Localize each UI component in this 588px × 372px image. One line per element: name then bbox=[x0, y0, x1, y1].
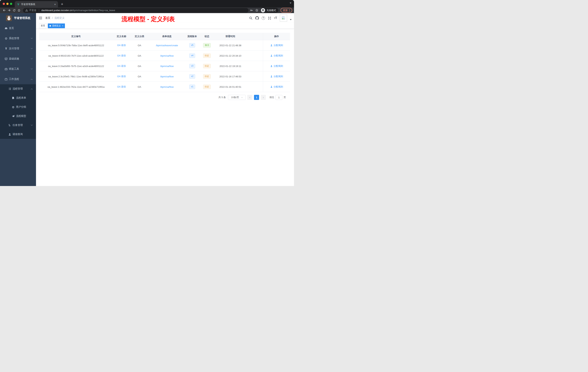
sidebar-item-workflow[interactable]: 工作流程 bbox=[0, 74, 36, 84]
sidebar-item-leave-query[interactable]: 请假查询 bbox=[0, 130, 36, 139]
tag-process-definition[interactable]: 流程定义 × bbox=[48, 23, 65, 28]
app-frame: 芋道管理系统 首页 系统管理 ¥ 支付管理 bbox=[0, 13, 294, 186]
sidebar-item-label: 任务管理 bbox=[12, 124, 23, 127]
search-icon[interactable] bbox=[249, 16, 252, 20]
address-bar[interactable]: 不安全 dashboard.yudao.iocoder.cn/bpm/manag… bbox=[23, 8, 249, 13]
tag-label: 流程定义 bbox=[52, 24, 61, 27]
pagination: 共 5 条 10条/页 ‹ 1 › 前往 页 bbox=[39, 95, 286, 100]
workflow-submenu: 流程管理 流程表单 用户分组 bbox=[0, 84, 36, 139]
sidebar-item-infra[interactable]: 基础设施 bbox=[0, 54, 36, 64]
definition-name-link[interactable]: OA 请假 bbox=[117, 65, 126, 68]
paper-plane-icon bbox=[12, 115, 15, 118]
form-info-link[interactable]: /bpm/oa/flow bbox=[160, 65, 174, 67]
tags-view-bar: 首页 流程定义 × bbox=[36, 23, 294, 29]
bookmark-star-icon[interactable] bbox=[255, 9, 258, 12]
github-icon[interactable] bbox=[255, 16, 259, 20]
tag-home[interactable]: 首页 bbox=[39, 23, 47, 28]
sidebar-item-payment[interactable]: ¥ 支付管理 bbox=[0, 44, 36, 54]
reload-icon[interactable] bbox=[12, 8, 17, 13]
not-secure-warning-icon[interactable] bbox=[25, 9, 28, 12]
password-key-icon[interactable] bbox=[250, 9, 253, 12]
chrome-window-caret-icon[interactable] bbox=[290, 2, 292, 5]
assign-rule-link[interactable]: 分配规则 bbox=[270, 75, 283, 78]
close-tab-icon[interactable]: × bbox=[54, 3, 56, 6]
definition-name-link[interactable]: OA 请假 bbox=[117, 75, 126, 78]
status-badge: 激活 bbox=[203, 43, 211, 47]
assign-rule-link[interactable]: 分配规则 bbox=[270, 44, 283, 47]
person-icon bbox=[270, 75, 273, 78]
column-header: 定义编号 bbox=[39, 33, 113, 40]
definition-id: oa_leave:3:1fad3d93-7b75-11ec-a3c8-acde4… bbox=[39, 61, 113, 71]
assign-rule-link[interactable]: 分配规则 bbox=[270, 54, 283, 57]
table-row: oa_leave:1:482ec033-762a-11ec-8477-a2380… bbox=[39, 82, 290, 92]
home-icon[interactable] bbox=[17, 8, 21, 13]
avatar[interactable] bbox=[280, 14, 287, 22]
fullscreen-icon[interactable] bbox=[268, 16, 271, 20]
next-page-button[interactable]: › bbox=[261, 95, 266, 100]
column-header: 操作 bbox=[263, 33, 290, 40]
sidebar-item-system[interactable]: 系统管理 bbox=[0, 33, 36, 44]
breadcrumb: 首页 / 流程定义 bbox=[45, 16, 64, 20]
goto-page-input[interactable] bbox=[275, 95, 282, 100]
form-info-link[interactable]: /bpm/oa/flow bbox=[160, 55, 174, 57]
column-header: 部署时间 bbox=[215, 33, 246, 40]
breadcrumb-home[interactable]: 首页 bbox=[45, 16, 50, 20]
column-header: 定义分类 bbox=[130, 33, 149, 40]
sidebar-item-user-group[interactable]: 用户分组 bbox=[0, 102, 36, 111]
sidebar-item-home[interactable]: 首页 bbox=[0, 23, 36, 33]
chevron-up-icon bbox=[31, 88, 33, 90]
status-badge: 挂起 bbox=[203, 85, 211, 89]
url-text[interactable]: dashboard.yudao.iocoder.cn/bpm/manager/d… bbox=[42, 9, 115, 12]
sidebar-item-task-management[interactable]: 任务管理 bbox=[0, 121, 36, 130]
definition-name-link[interactable]: OA 请假 bbox=[117, 44, 126, 47]
form-info-link[interactable]: /bpm/oa/flow bbox=[160, 75, 174, 78]
sidebar-item-devtools[interactable]: 研发工具 bbox=[0, 64, 36, 74]
gear-icon bbox=[5, 37, 8, 40]
chevron-down-icon bbox=[31, 67, 33, 69]
breadcrumb-current: 流程定义 bbox=[54, 16, 64, 20]
form-info-link[interactable]: /bpm/oa/leave/create bbox=[156, 44, 178, 47]
user-icon bbox=[8, 133, 11, 136]
assign-rule-link[interactable]: 分配规则 bbox=[270, 85, 283, 88]
favicon-leaf-icon bbox=[17, 3, 20, 6]
traffic-lights bbox=[3, 3, 12, 5]
definition-name-link[interactable]: OA 请假 bbox=[117, 85, 126, 88]
back-icon[interactable] bbox=[2, 8, 7, 13]
minimize-window-button[interactable] bbox=[6, 3, 9, 5]
forward-icon[interactable] bbox=[7, 8, 12, 13]
help-icon[interactable]: ? bbox=[262, 16, 265, 20]
browser-tab[interactable]: 芋道管理系统 × bbox=[15, 1, 58, 8]
version-badge: v4 bbox=[189, 54, 195, 58]
definition-name-link[interactable]: OA 请假 bbox=[117, 54, 126, 57]
prev-page-button[interactable]: ‹ bbox=[247, 95, 252, 100]
breadcrumb-separator: / bbox=[52, 17, 53, 20]
dashboard-icon bbox=[5, 27, 8, 30]
sidebar-collapse-icon[interactable] bbox=[39, 16, 42, 20]
sidebar-logo[interactable]: 芋道管理系统 bbox=[0, 13, 36, 23]
form-info-link[interactable]: /bpm/oa/flow bbox=[160, 86, 174, 88]
assign-rule-link[interactable]: 分配规则 bbox=[270, 65, 283, 68]
sidebar-item-process-model[interactable]: 流程模型 bbox=[0, 111, 36, 121]
not-secure-label[interactable]: 不安全 bbox=[29, 9, 37, 12]
annotation-title: 流程模型 - 定义列表 bbox=[121, 15, 175, 23]
sidebar-item-label: 基础设施 bbox=[9, 57, 19, 60]
zoom-window-button[interactable] bbox=[10, 3, 12, 5]
update-button[interactable]: 更新 bbox=[281, 8, 292, 13]
incognito-label: 无痕模式 bbox=[267, 9, 276, 12]
address-divider bbox=[39, 9, 39, 12]
font-size-icon[interactable]: TT bbox=[274, 16, 277, 20]
sidebar-item-process-management[interactable]: 流程管理 bbox=[0, 84, 36, 93]
page-size-select[interactable]: 10条/页 bbox=[228, 95, 246, 100]
browser-menu-kebab-icon[interactable] bbox=[289, 9, 290, 12]
browser-tab-bar: 芋道管理系统 × + bbox=[0, 0, 294, 8]
robot-icon bbox=[12, 106, 15, 109]
close-tag-icon[interactable]: × bbox=[62, 25, 63, 27]
page-number-button[interactable]: 1 bbox=[254, 95, 259, 100]
sidebar-item-process-form[interactable]: 流程表单 bbox=[0, 93, 36, 102]
url-host: dashboard.yudao.iocoder.cn bbox=[42, 9, 72, 12]
definition-table: 定义编号 定义名称 定义分类 表单信息 流程版本 状态 部署时间 操作 oa_l… bbox=[39, 33, 290, 92]
new-tab-button[interactable]: + bbox=[61, 2, 63, 6]
close-window-button[interactable] bbox=[3, 3, 5, 5]
definition-id: oa_leave:4:991f2193-7b7f-11ec-a3c8-acde4… bbox=[39, 51, 113, 61]
avatar-caret-icon[interactable] bbox=[290, 19, 292, 21]
